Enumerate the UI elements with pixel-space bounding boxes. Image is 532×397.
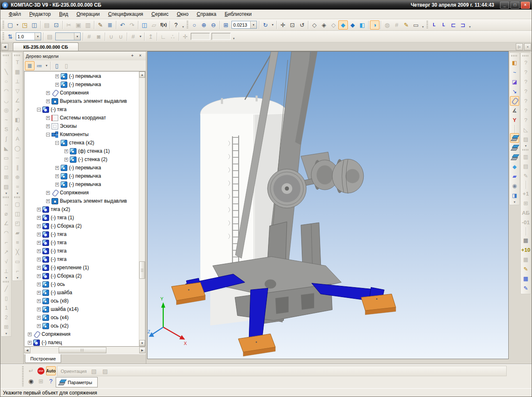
tree-item[interactable]: +(-) Сборка (2) [25,222,139,230]
new-document-dropdown[interactable]: ▾ [15,20,20,30]
tree-item[interactable]: −стенка (x2) [25,139,139,147]
delete-part-icon[interactable]: ╳ [13,247,22,257]
measure-button[interactable]: ∡ [510,106,519,115]
position-1-icon[interactable]: 1 [2,303,11,313]
shaded-edges-button[interactable]: ◆ [348,20,357,30]
tree-item[interactable]: +ось (x2) [25,322,139,330]
toolbar-overflow[interactable]: ▾ [510,200,520,204]
toolbar-overflow[interactable]: ▾ [1,332,11,335]
scale-combo[interactable]: 0.0213▾ [232,21,257,29]
layers-combo[interactable]: ▾ [55,32,81,40]
tree-item[interactable]: +Эскизы [25,122,139,130]
numbering-button[interactable]: -01 [521,218,530,227]
tree-item[interactable]: +ось (x8) [25,297,139,305]
tree-item[interactable]: +шайба (x14) [25,305,139,313]
scroll-up-icon[interactable]: ▲ [139,72,145,78]
menu-item-8[interactable]: Библиотеки [220,10,256,18]
panel-close-icon[interactable]: × [137,53,144,59]
arrow-line-icon[interactable]: ↗ [13,105,22,115]
snapshot-button[interactable]: ◉ [26,377,36,386]
collect-contour-icon[interactable]: ⊞ [2,172,11,182]
toolbar-handle[interactable] [511,55,518,57]
line-break-2-button[interactable]: L [439,20,448,30]
arc2-icon[interactable]: ◡ [2,96,11,105]
library-window-button[interactable]: ▱ [149,20,159,30]
cut-line-icon[interactable]: ╱ [2,284,11,293]
close-button[interactable]: × [521,2,530,9]
scale-combo-dropdown-icon[interactable]: ▾ [250,21,256,28]
scroll-track[interactable] [139,78,145,340]
pin-icon[interactable]: + [129,53,136,59]
tree-item[interactable]: −(-) тяга [25,105,139,114]
spec-table-button[interactable]: ▦ [521,236,530,245]
tree-vertical-scrollbar[interactable]: ▲ ▼ [139,72,145,346]
continuous-input-icon[interactable]: ~ [2,115,11,124]
tree-item[interactable]: +(-) тяга [25,255,139,263]
spec-document-button[interactable]: ▥ [521,152,530,161]
3d-model[interactable]: Y X Z [148,52,508,359]
menu-item-5[interactable]: Сервис [147,10,172,18]
tree-expand-toggle[interactable]: + [37,283,41,286]
tree-item[interactable]: +Сопряжения [25,330,139,338]
tree-item[interactable]: +(-) перемычка [25,172,139,180]
angle-plane-button[interactable] [510,152,519,162]
shaded-button[interactable]: ◆ [338,20,348,30]
rotate-button[interactable]: ↺ [297,20,307,30]
toolbar-overflow[interactable]: ▾ [1,191,11,195]
wireframe-button[interactable]: ◇ [310,20,319,30]
roughness-icon[interactable]: √ [2,257,11,266]
corner-mate-button[interactable]: ◺ [521,125,530,134]
tree-expand-toggle[interactable]: + [46,191,50,195]
variables-window-button[interactable]: ◫ [140,20,149,30]
tree-expand-toggle[interactable]: + [37,258,41,261]
text-icon[interactable]: T [13,57,22,67]
menu-item-1[interactable]: Редактор [25,10,55,18]
tree-item[interactable]: +(ф) стенка (1) [25,147,139,155]
toolbar-handle[interactable] [3,281,10,283]
toolbar-handle[interactable] [187,21,188,29]
layers-button[interactable]: ▤ [45,32,54,41]
tree-expand-toggle[interactable]: + [37,274,41,278]
orientation-first-button[interactable]: ▧ [89,367,99,376]
dashed-line-icon[interactable]: ┄ [13,153,22,163]
text-part-button[interactable]: АБ [521,208,530,218]
tree-item[interactable]: +Сопряжения [25,89,139,97]
scale-combo-value[interactable]: 0.0213 [232,22,250,27]
insert-view-icon[interactable]: ◰ [13,218,22,228]
view-arrow-icon[interactable]: ▽ [13,86,22,96]
tree-expand-toggle[interactable]: + [37,291,41,295]
angle-mark-icon[interactable]: ∠ [13,96,22,105]
menu-item-0[interactable]: Файл [5,10,25,18]
tree-item[interactable]: +тяга (x2) [25,205,139,213]
slope-icon[interactable]: ↗ [2,247,11,257]
add-10-positions-button[interactable]: +10 [521,245,530,255]
datum-symbol-icon[interactable]: ⊥ [13,77,22,86]
scroll-down-icon[interactable]: ▼ [139,340,145,346]
mate-at-distance-button[interactable]: ? [521,96,530,106]
tree-item[interactable]: +Вырезать элемент выдавлив [25,97,139,105]
tab-parameters[interactable]: Параметры [56,377,98,387]
toolbar-overflow[interactable]: ▾ [468,20,472,30]
tree-expand-toggle[interactable]: − [55,141,59,145]
create-object-button[interactable]: ↵ [26,366,36,375]
tree-item[interactable]: +(-) перемычка [25,72,139,80]
bracket-close-button[interactable]: ⊐ [458,20,468,30]
scroll-thumb[interactable] [59,347,106,353]
edit-spec-button[interactable]: ✎ [521,264,530,274]
spec-edit-button[interactable]: ✎ [521,171,530,181]
toolbar-overflow[interactable]: ▾ [12,191,22,195]
tree-item[interactable]: +(-) Сборка (2) [25,272,139,280]
tree-expand-toggle[interactable]: + [55,74,59,78]
sketch-button[interactable]: ✎ [401,20,411,30]
toolbar-handle[interactable] [522,149,529,151]
grid-button[interactable]: # [128,32,138,41]
cube-face-button[interactable]: ◨ [510,191,519,200]
y-coordinate-field[interactable] [212,33,231,40]
properties-button[interactable]: ≣ [105,20,115,30]
tree-expand-toggle[interactable]: + [37,233,41,236]
toolbar-overflow[interactable]: ▾ [12,276,22,280]
center-marker-icon[interactable]: ⊕ [13,172,22,182]
mate-tangent-button[interactable]: ? [521,115,530,125]
redo-button[interactable]: ↷ [127,20,137,30]
filters-button[interactable]: Y [510,115,519,125]
